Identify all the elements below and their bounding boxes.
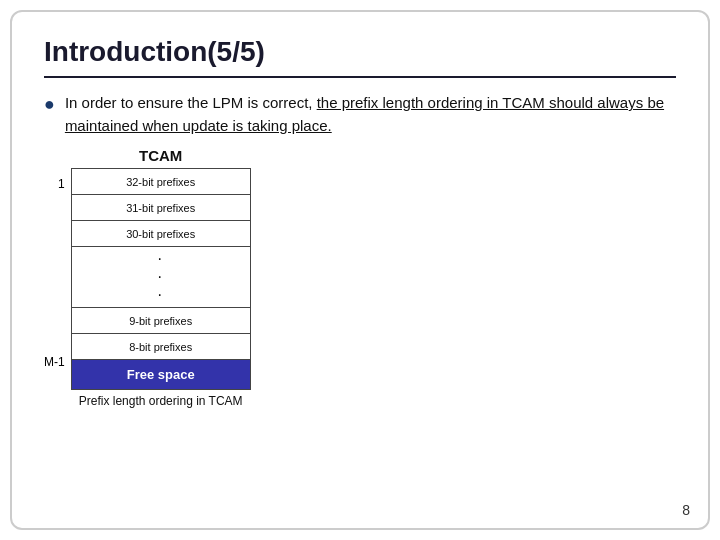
row-30bit: 30-bit prefixes xyxy=(71,221,250,247)
table-row: 30-bit prefixes xyxy=(71,221,250,247)
dots-cell: ··· xyxy=(71,247,250,308)
diagram-caption: Prefix length ordering in TCAM xyxy=(79,394,243,408)
tcam-table: 32-bit prefixes 31-bit prefixes 30-bit p… xyxy=(71,168,251,390)
tcam-block: TCAM 32-bit prefixes 31-bit prefixes 30-… xyxy=(71,147,251,408)
bullet-icon: ● xyxy=(44,94,55,115)
underline-text: the prefix length ordering in TCAM shoul… xyxy=(65,94,664,134)
row-8bit: 8-bit prefixes xyxy=(71,334,250,360)
bullet-row: ● In order to ensure the LPM is correct,… xyxy=(44,92,676,137)
content-area: ● In order to ensure the LPM is correct,… xyxy=(44,92,676,408)
table-row: 8-bit prefixes xyxy=(71,334,250,360)
free-space-cell: Free space xyxy=(71,360,250,390)
table-row: 9-bit prefixes xyxy=(71,308,250,334)
table-row-dots: ··· xyxy=(71,247,250,308)
title-divider xyxy=(44,76,676,78)
label-1: 1 xyxy=(58,177,65,191)
table-row: 31-bit prefixes xyxy=(71,195,250,221)
row-9bit: 9-bit prefixes xyxy=(71,308,250,334)
tcam-title: TCAM xyxy=(139,147,182,164)
row-32bit: 32-bit prefixes xyxy=(71,169,250,195)
page-number: 8 xyxy=(682,502,690,518)
side-labels: 1 M-1 xyxy=(44,147,71,369)
label-m1: M-1 xyxy=(44,355,65,369)
slide-title: Introduction(5/5) xyxy=(44,36,676,68)
table-row-free: Free space xyxy=(71,360,250,390)
bullet-text: In order to ensure the LPM is correct, t… xyxy=(65,92,676,137)
diagram-container: 1 M-1 TCAM 32-bit prefixes 31-bit prefix… xyxy=(44,147,676,408)
table-row: 32-bit prefixes xyxy=(71,169,250,195)
row-31bit: 31-bit prefixes xyxy=(71,195,250,221)
slide-container: Introduction(5/5) ● In order to ensure t… xyxy=(10,10,710,530)
